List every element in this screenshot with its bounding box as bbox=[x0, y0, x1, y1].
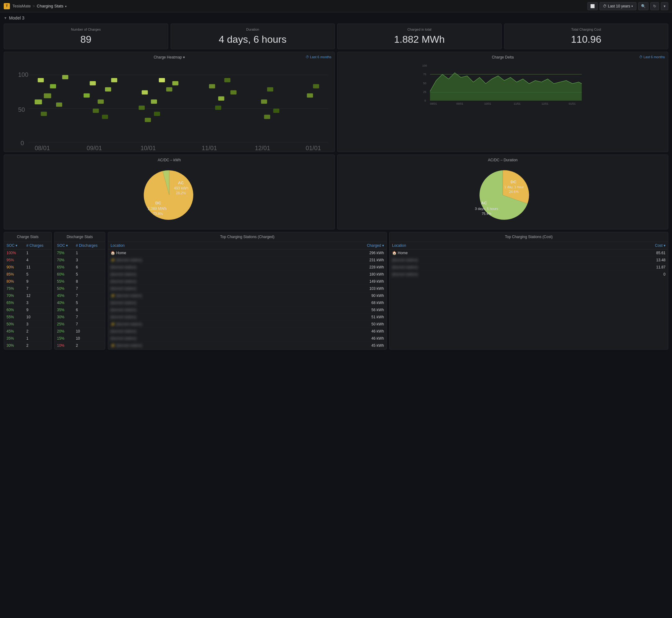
charges-cell: 7 bbox=[24, 285, 52, 292]
refresh-button[interactable]: ↻ bbox=[650, 2, 659, 10]
svg-rect-32 bbox=[230, 90, 236, 95]
svg-rect-13 bbox=[90, 81, 96, 86]
svg-rect-9 bbox=[50, 84, 56, 89]
soc-cell: 35% bbox=[55, 306, 73, 313]
svg-rect-20 bbox=[142, 90, 148, 95]
svg-text:DC: DC bbox=[156, 201, 161, 205]
location-cell: [blurred station] bbox=[108, 335, 281, 342]
time-range-button[interactable]: ⏱ Last 10 years ▾ bbox=[599, 2, 637, 10]
svg-rect-19 bbox=[84, 93, 90, 98]
discharges-cell: 10 bbox=[73, 335, 105, 342]
duration-pie-panel: AC/DC – Duration DC 1 day, 1 hour 24.6% … bbox=[337, 154, 668, 229]
svg-rect-31 bbox=[215, 106, 221, 110]
list-item: 75% 1 bbox=[55, 249, 105, 256]
list-item: 35% 1 bbox=[4, 335, 52, 342]
charges-cell: 12 bbox=[24, 292, 52, 299]
search-button[interactable]: 🔍 bbox=[638, 2, 649, 10]
list-item: 95% 4 bbox=[4, 256, 52, 264]
charged-value-cell: 56 kWh bbox=[281, 306, 386, 313]
charged-value-cell: 50 kWh bbox=[281, 320, 386, 328]
svg-text:11/01: 11/01 bbox=[514, 102, 521, 105]
heatmap-title[interactable]: Charge Heatmap ▾ bbox=[7, 55, 331, 60]
location-col-header[interactable]: Location bbox=[108, 242, 281, 249]
discharges-cell: 3 bbox=[73, 256, 105, 264]
heatmap-chart: 100 50 0 bbox=[7, 62, 331, 156]
charges-cell: 10 bbox=[24, 313, 52, 320]
soc-cell: 75% bbox=[4, 285, 24, 292]
svg-text:12/01: 12/01 bbox=[542, 102, 549, 105]
screen-button[interactable]: ⬜ bbox=[587, 2, 598, 10]
soc-col-header[interactable]: SOC ▾ bbox=[4, 242, 24, 249]
svg-text:100: 100 bbox=[422, 64, 427, 67]
soc-cell: 70% bbox=[4, 292, 24, 299]
kwh-pie-panel: AC/DC – kWh DC 1.389 MWh 73.8% AC bbox=[4, 154, 335, 229]
list-item: 55% 10 bbox=[4, 313, 52, 320]
charges-cell: 11 bbox=[24, 264, 52, 271]
svg-rect-15 bbox=[105, 87, 111, 92]
charges-cell: 1 bbox=[24, 249, 52, 256]
soc-cell: 25% bbox=[55, 320, 73, 328]
stat-label-duration: Duration bbox=[175, 27, 331, 31]
list-item: ⚡ [blurred station] 90 kWh bbox=[108, 292, 386, 299]
cost-value-cell: 0 bbox=[574, 271, 668, 278]
pie-charts-row: AC/DC – kWh DC 1.389 MWh 73.8% AC bbox=[4, 154, 668, 229]
soc-cell: 80% bbox=[4, 278, 24, 285]
section-header: ▼ Model 3 bbox=[4, 15, 668, 20]
more-options-button[interactable]: ▾ bbox=[661, 2, 668, 10]
cost-col-header[interactable]: Cost ▾ bbox=[574, 242, 668, 249]
svg-text:09/01: 09/01 bbox=[457, 102, 464, 105]
list-item: 40% 5 bbox=[55, 299, 105, 306]
soc-cell: 45% bbox=[4, 328, 24, 335]
svg-rect-24 bbox=[139, 106, 145, 110]
charges-cell: 2 bbox=[24, 328, 52, 335]
soc-cell: 50% bbox=[55, 285, 73, 292]
stat-value-duration: 4 days, 6 hours bbox=[175, 34, 331, 45]
svg-rect-10 bbox=[56, 102, 62, 107]
cost-value-cell: 11.87 bbox=[574, 264, 668, 271]
location-cell: ⚡ [blurred station] bbox=[108, 320, 281, 328]
stat-value-cost: 110.96 bbox=[508, 34, 665, 45]
location-cell: ⚡ [blurred station] bbox=[108, 256, 281, 264]
discharges-cell: 5 bbox=[73, 271, 105, 278]
delta-time-badge[interactable]: ⏱ Last 6 months bbox=[639, 55, 665, 59]
discharges-cell: 7 bbox=[73, 292, 105, 299]
list-item: 25% 7 bbox=[55, 320, 105, 328]
charged-value-cell: 51 kWh bbox=[281, 313, 386, 320]
charged-col-header[interactable]: Charged ▾ bbox=[281, 242, 386, 249]
list-item: [blurred station] 46 kWh bbox=[108, 335, 386, 342]
collapse-icon[interactable]: ▼ bbox=[4, 16, 7, 20]
svg-rect-34 bbox=[267, 87, 273, 92]
top-charging-charged-title: Top Charging Stations (Charged) bbox=[108, 232, 386, 242]
charged-value-cell: 180 kWh bbox=[281, 271, 386, 278]
charge-stats-table: SOC ▾ # Charges 100% 195% 490% 1185% 580… bbox=[4, 242, 52, 349]
discharges-col-header[interactable]: # Discharges bbox=[73, 242, 105, 249]
discharge-stats-panel: Discharge Stats SOC ▾ # Discharges 75% 1… bbox=[54, 232, 105, 349]
svg-text:DC: DC bbox=[511, 180, 516, 184]
discharges-cell: 2 bbox=[73, 342, 105, 349]
soc-cell: 100% bbox=[4, 249, 24, 256]
discharge-soc-col-header[interactable]: SOC ▾ bbox=[55, 242, 73, 249]
cost-location-col-header[interactable]: Location bbox=[390, 242, 574, 249]
charged-value-cell: 231 kWh bbox=[281, 256, 386, 264]
charges-col-header[interactable]: # Charges bbox=[24, 242, 52, 249]
duration-pie-title: AC/DC – Duration bbox=[341, 158, 665, 162]
svg-text:12/01: 12/01 bbox=[255, 144, 270, 151]
svg-rect-28 bbox=[209, 84, 215, 89]
soc-cell: 65% bbox=[4, 299, 24, 306]
svg-text:25: 25 bbox=[423, 90, 426, 94]
soc-cell: 30% bbox=[4, 342, 24, 349]
kwh-pie-area: DC 1.389 MWh 73.8% AC 493 kWh 26.2% bbox=[7, 164, 331, 226]
discharges-cell: 5 bbox=[73, 299, 105, 306]
svg-text:1 day, 1 hour: 1 day, 1 hour bbox=[504, 185, 524, 189]
heatmap-time-badge[interactable]: ⏱ Last 6 months bbox=[306, 55, 331, 59]
charged-value-cell: 45 kWh bbox=[281, 342, 386, 349]
charges-cell: 3 bbox=[24, 299, 52, 306]
charged-value-cell: 68 kWh bbox=[281, 299, 386, 306]
list-item: 60% 5 bbox=[55, 271, 105, 278]
list-item: 30% 7 bbox=[55, 313, 105, 320]
soc-cell: 50% bbox=[4, 320, 24, 328]
svg-rect-21 bbox=[151, 99, 157, 104]
duration-pie-chart: DC 1 day, 1 hour 24.6% AC 3 days, 5 hour… bbox=[341, 164, 665, 226]
list-item: 65% 6 bbox=[55, 264, 105, 271]
soc-cell: 85% bbox=[4, 271, 24, 278]
